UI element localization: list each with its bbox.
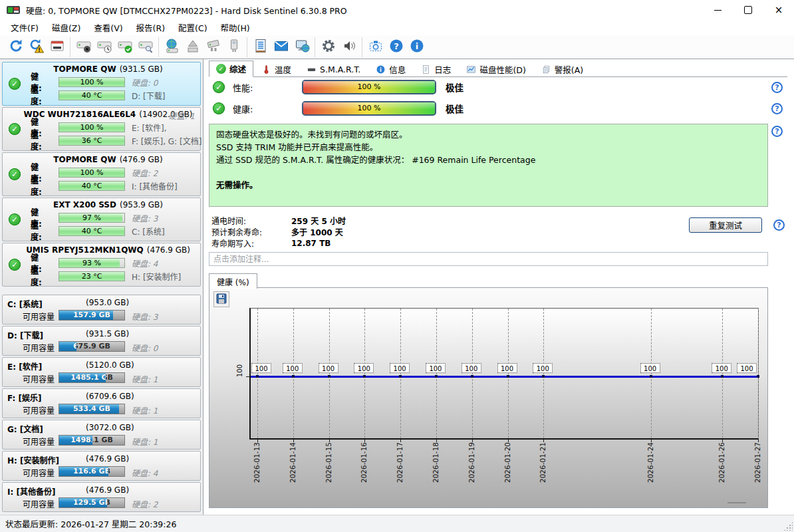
performance-help-icon[interactable]	[771, 82, 783, 93]
partition-panel[interactable]: H: [安装制作](476.9 GB)可用容量116.6 GB116.6 GB硬…	[2, 451, 201, 481]
report-icon	[253, 38, 269, 56]
minimize-button[interactable]	[702, 0, 733, 20]
bar-fill-clip: 1485.1 GB	[59, 373, 106, 382]
health-row: 健康: 100 % 极佳	[213, 102, 463, 115]
toolbar-info-button[interactable]: i	[406, 37, 427, 57]
free-space-label: 可用容量	[23, 404, 55, 416]
tab-information[interactable]: i信息	[368, 62, 413, 76]
free-space-value-highlight: 116.6 GB	[59, 467, 108, 476]
disk-health-bar: 100 %	[59, 168, 125, 178]
disk-capacity: (476.9 GB)	[147, 245, 190, 255]
toolbar-network-status-button[interactable]	[291, 37, 312, 57]
free-space-bar: 1498.1 GB1498.1 GB	[59, 435, 125, 446]
toolbar-drive-clock-button[interactable]	[94, 37, 114, 57]
menu-item-help[interactable]: 帮助(H)	[214, 19, 257, 36]
toolbar-help-button[interactable]: ?	[386, 37, 406, 57]
x-axis-tick-label: 2026-01-13	[253, 442, 261, 483]
maximize-button[interactable]	[733, 0, 763, 20]
toolbar-settings-button[interactable]	[318, 37, 338, 57]
toolbar-drive-overview-button[interactable]	[47, 37, 67, 57]
toolbar-screenshot-button[interactable]	[365, 37, 386, 57]
panel-resize-handle[interactable]	[728, 502, 746, 503]
stat-value: 多于 1000 天	[291, 226, 343, 237]
health-help-icon[interactable]	[771, 103, 783, 114]
health-bar: 100 %	[302, 101, 436, 116]
status-help-icon[interactable]	[771, 126, 783, 137]
toolbar-drive-sound-button[interactable]	[73, 37, 94, 57]
disk-temperature-bar: 40 °C	[59, 181, 125, 191]
toolbar-remove-drive-button[interactable]	[203, 37, 223, 57]
disk-name: TOPMORE QW	[53, 155, 116, 164]
retest-help-icon[interactable]	[773, 219, 785, 231]
partition-panel[interactable]: D: [下载](931.5 GB)可用容量675.9 GB675.9 GB硬盘:…	[2, 326, 201, 356]
toolbar-drive-search-button[interactable]	[135, 37, 156, 57]
menu-item-file[interactable]: 文件(F)	[4, 19, 45, 36]
partition-capacity: (953.0 GB)	[86, 298, 129, 307]
toolbar-refresh-warning-button[interactable]	[26, 37, 47, 57]
tab-overview[interactable]: 综述	[209, 61, 253, 77]
menu-item-report[interactable]: 报告(R)	[130, 19, 172, 36]
toolbar-network-drive-button[interactable]	[162, 37, 182, 57]
free-space-label: 可用容量	[23, 311, 55, 322]
disk-temperature-label: 温度:	[31, 84, 42, 106]
toolbar-drive-test-button[interactable]	[114, 37, 135, 57]
free-space-label: 可用容量	[23, 436, 55, 447]
health-chart-plot: 1001002026-01-131002026-01-141002026-01-…	[249, 308, 759, 440]
bar-fill-clip: 675.9 GB	[59, 342, 76, 351]
window-title: 硬盘: 0, TOPMORE QW [DTMCCHX27PM0223] - Ha…	[26, 4, 347, 17]
disk-title: EXT X200 SSD(953.9 GB)	[20, 200, 196, 209]
copy-icon	[541, 65, 551, 74]
menu-item-disk[interactable]: 磁盘(Z)	[45, 19, 87, 36]
disk-panel[interactable]: UMIS RPEYJ512MKN1QWQ(476.9 GB)健康:93 %硬盘:…	[2, 243, 201, 287]
disk-panel[interactable]: TOPMORE QW(931.5 GB)健康:100 %硬盘: 0温度:40 °…	[2, 62, 201, 106]
tab-smart[interactable]: S.M.A.R.T.	[299, 62, 368, 76]
disk-panel[interactable]: EXT X200 SSD(953.9 GB)健康:97 %硬盘: 3温度:40 …	[2, 198, 201, 241]
stat-row: 预计剩余寿命:多于 1000 天	[211, 226, 346, 237]
refresh-icon	[8, 38, 24, 56]
menu-item-view[interactable]: 查看(V)	[87, 19, 129, 36]
close-button[interactable]: ×	[763, 0, 794, 20]
toolbar-eject-drive-button[interactable]	[182, 37, 203, 57]
tab-alerts[interactable]: 警报(A)	[534, 62, 591, 76]
tab-log[interactable]: 日志	[414, 62, 458, 76]
title-bar: 硬盘: 0, TOPMORE QW [DTMCCHX27PM0223] - Ha…	[0, 0, 794, 20]
partition-name: G: [文档]	[7, 423, 43, 434]
chart-point-label: 100	[737, 363, 757, 373]
chart-point-label: 100	[640, 363, 660, 373]
comment-input[interactable]	[209, 252, 768, 266]
toolbar-refresh-button[interactable]	[5, 37, 26, 57]
disk-row-right-label: 硬盘: 4	[132, 257, 158, 269]
tab-temperature[interactable]: 温度	[254, 62, 299, 76]
free-space-bar: 1485.1 GB1485.1 GB	[59, 372, 125, 383]
partition-panel[interactable]: E: [软件](5120.0 GB)可用容量1485.1 GB1485.1 GB…	[2, 357, 201, 387]
stat-label: 通电时间:	[211, 215, 291, 226]
partition-panel[interactable]: I: [其他备份](476.9 GB)可用容量129.5 GB129.5 GB硬…	[2, 482, 201, 512]
partition-panel[interactable]: G: [文档](3072.0 GB)可用容量1498.1 GB1498.1 GB…	[2, 420, 201, 450]
disk-panel[interactable]: WDC WUH721816ALE6L4(14902.0 GB)硬盘: 1健康:1…	[2, 107, 201, 151]
disk-health-value: 100 %	[59, 123, 124, 132]
menu-item-config[interactable]: 配置(C)	[172, 19, 213, 36]
partition-capacity: (6709.6 GB)	[86, 392, 134, 401]
toolbar-email-button[interactable]	[271, 37, 291, 57]
health-chart-tab[interactable]: 健康 (%)	[209, 273, 257, 289]
toolbar-sounds-button[interactable]	[338, 37, 359, 57]
retest-button[interactable]: 重复测试	[689, 217, 762, 233]
toolbar-group	[3, 37, 70, 57]
toolbar-report-button[interactable]	[250, 37, 271, 57]
disk-panel[interactable]: TOPMORE QW(476.9 GB)健康:100 %硬盘: 2温度:40 °…	[2, 152, 201, 196]
close-icon: ×	[775, 5, 783, 15]
partition-panel[interactable]: C: [系统](953.0 GB)可用容量157.9 GB157.9 GB硬盘:…	[2, 295, 201, 325]
bar-fill-clip: 129.5 GB	[59, 498, 107, 507]
svg-text:?: ?	[394, 41, 399, 51]
partition-panel[interactable]: F: [娱乐](6709.6 GB)可用容量533.4 GB533.4 GB硬盘…	[2, 388, 201, 418]
tab-label: S.M.A.R.T.	[320, 65, 360, 74]
stat-label: 寿命期写入:	[211, 237, 291, 249]
partition-disk-label: 硬盘: 1	[132, 436, 158, 447]
remove-drive-icon	[205, 38, 221, 56]
tab-label: 磁盘性能(D)	[479, 63, 525, 76]
tab-disk-performance[interactable]: 磁盘性能(D)	[459, 62, 533, 76]
toolbar-usb-drive-button[interactable]	[223, 37, 244, 57]
save-chart-button[interactable]	[213, 291, 229, 307]
performance-rating: 极佳	[446, 80, 463, 94]
chart-point-marker	[363, 375, 366, 378]
